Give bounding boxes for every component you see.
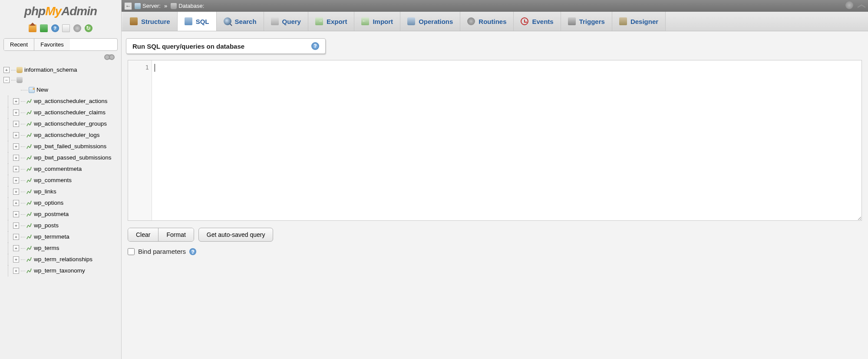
text-cursor [155, 64, 155, 72]
expand-icon[interactable]: + [13, 256, 19, 263]
tab-label: Events [532, 18, 553, 25]
bind-parameters-row: Bind parameters [126, 243, 864, 259]
tree-table-item[interactable]: +wp_actionscheduler_claims [0, 107, 121, 118]
expand-icon[interactable]: + [13, 132, 19, 138]
collapse-top-icon[interactable] [858, 1, 865, 9]
expand-icon[interactable]: + [13, 177, 19, 183]
tree-table-item[interactable]: +wp_posts [0, 220, 121, 231]
tree-table-item[interactable]: +wp_commentmeta [0, 163, 121, 175]
logout-icon[interactable] [40, 24, 48, 32]
back-button[interactable]: ← [124, 2, 132, 10]
expand-icon[interactable]: + [13, 211, 19, 217]
tree-table-item[interactable]: +wp_termmeta [0, 231, 121, 243]
expand-icon[interactable]: + [13, 223, 19, 229]
tab-events[interactable]: Events [514, 12, 561, 31]
tab-query[interactable]: Query [264, 12, 308, 31]
recent-tab[interactable]: Recent [4, 39, 34, 50]
tree-db-information-schema[interactable]: + information_schema [0, 64, 121, 76]
bind-parameters-label[interactable]: Bind parameters [138, 248, 186, 255]
phpmyadmin-logo: phpMyAdmin [0, 0, 121, 23]
table-icon [26, 177, 32, 183]
expand-icon[interactable]: + [13, 268, 19, 274]
tab-structure[interactable]: Structure [123, 12, 178, 31]
server-icon [135, 3, 141, 9]
table-icon [26, 189, 32, 195]
expand-icon[interactable]: + [13, 245, 19, 251]
docs-icon[interactable] [51, 24, 59, 32]
tab-import[interactable]: Import [354, 12, 400, 31]
query-title: Run SQL query/queries on database [132, 43, 307, 50]
tree-table-item[interactable]: +wp_options [0, 197, 121, 209]
routines-icon [467, 17, 475, 25]
bind-parameters-checkbox[interactable] [128, 248, 135, 255]
expand-icon[interactable]: + [13, 121, 19, 127]
autosaved-button[interactable]: Get auto-saved query [198, 228, 274, 242]
tab-routines[interactable]: Routines [460, 12, 514, 31]
table-name: wp_options [34, 199, 63, 207]
nav-settings-icon[interactable] [62, 24, 70, 32]
table-name: wp_actionscheduler_groups [34, 120, 107, 128]
clear-button[interactable]: Clear [128, 228, 158, 241]
tab-search[interactable]: Search [217, 12, 264, 31]
tree-table-item[interactable]: +wp_actionscheduler_logs [0, 130, 121, 141]
tree-table-item[interactable]: +wp_bwt_passed_submissions [0, 152, 121, 163]
expand-icon[interactable]: + [13, 166, 19, 172]
expand-icon[interactable]: + [13, 155, 19, 161]
tree-table-item[interactable]: +wp_bwt_failed_submissions [0, 141, 121, 152]
tab-label: Routines [479, 18, 506, 25]
table-icon [26, 245, 32, 251]
table-name: wp_terms [34, 244, 59, 253]
table-name: wp_term_relationships [34, 255, 92, 264]
tree-table-item[interactable]: +wp_actionscheduler_actions [0, 96, 121, 107]
favorites-tab[interactable]: Favorites [34, 39, 69, 50]
expand-icon[interactable]: + [13, 143, 19, 150]
expand-icon[interactable]: + [13, 200, 19, 206]
expand-icon[interactable]: + [3, 67, 10, 73]
home-icon[interactable] [29, 24, 36, 32]
link-icon[interactable] [105, 54, 114, 60]
help-icon[interactable] [189, 248, 196, 255]
tab-label: Operations [419, 18, 453, 25]
expand-icon[interactable]: + [13, 98, 19, 104]
help-icon[interactable] [311, 42, 319, 50]
tab-export[interactable]: Export [308, 12, 355, 31]
table-icon [26, 268, 32, 274]
expand-icon[interactable]: + [13, 189, 19, 195]
tab-sql[interactable]: SQL [178, 12, 217, 31]
expand-icon[interactable]: + [13, 110, 19, 116]
tree-table-item[interactable]: +wp_links [0, 186, 121, 197]
sql-editor[interactable]: 1 [128, 60, 862, 221]
breadcrumb-server[interactable]: Server: [135, 3, 161, 9]
new-icon [29, 87, 35, 93]
table-icon [26, 200, 32, 206]
recent-favorites-tabs: Recent Favorites [3, 38, 118, 51]
format-button[interactable]: Format [158, 228, 193, 241]
page-settings-icon[interactable] [845, 1, 853, 9]
operations-icon [407, 17, 415, 25]
settings-icon[interactable] [73, 24, 81, 32]
tree-table-item[interactable]: +wp_term_relationships [0, 254, 121, 265]
tree-table-item[interactable]: +wp_actionscheduler_groups [0, 118, 121, 130]
table-icon [26, 143, 32, 150]
expand-icon[interactable]: + [13, 234, 19, 240]
code-area[interactable] [152, 60, 861, 220]
reload-icon[interactable] [85, 24, 92, 32]
tree-table-item[interactable]: +wp_postmeta [0, 209, 121, 220]
search-icon [224, 17, 231, 25]
tab-label: Search [235, 18, 257, 25]
triggers-icon [568, 17, 576, 25]
breadcrumb-database[interactable]: Database: [171, 3, 204, 9]
tree-db-current[interactable]: − [0, 76, 121, 84]
table-name: wp_termmeta [34, 233, 69, 241]
tree-new-table[interactable]: New [0, 84, 121, 96]
tab-label: Export [327, 18, 347, 25]
tab-designer[interactable]: Designer [612, 12, 666, 31]
tree-table-item[interactable]: +wp_term_taxonomy [0, 265, 121, 276]
table-icon [26, 110, 32, 116]
tree-table-item[interactable]: +wp_terms [0, 243, 121, 254]
collapse-icon[interactable]: − [3, 77, 10, 83]
tree-table-item[interactable]: +wp_comments [0, 175, 121, 186]
tab-operations[interactable]: Operations [400, 12, 460, 31]
tab-triggers[interactable]: Triggers [561, 12, 612, 31]
table-name: wp_term_taxonomy [34, 266, 85, 275]
